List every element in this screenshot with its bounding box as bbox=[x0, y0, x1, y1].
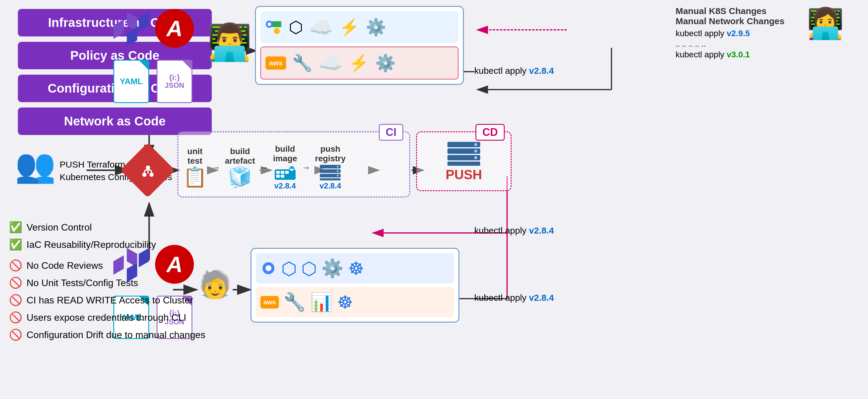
svg-rect-53 bbox=[447, 162, 480, 166]
pro-version-control: ✅ Version Control bbox=[9, 221, 205, 233]
svg-marker-25 bbox=[139, 12, 149, 31]
badge-network: Network as Code bbox=[18, 108, 212, 135]
human-figure-right: 👩‍💻 bbox=[807, 6, 844, 41]
yaml-icon: YAML bbox=[113, 60, 149, 103]
kubectl-apply-bottom: kubectl apply v2.8.4 bbox=[474, 293, 554, 303]
svg-rect-39 bbox=[285, 171, 289, 174]
gcp-logo-bottom bbox=[260, 262, 277, 275]
cloud-environments-bottom: ⬡ ⬡ ⚙️ ☸ aws 🔧 📊 ☸ bbox=[251, 248, 459, 322]
ci-flow-row: unit test 📋 → build artefact 🧊 → build i… bbox=[183, 138, 405, 191]
svg-point-34 bbox=[149, 173, 154, 177]
svg-rect-40 bbox=[276, 175, 280, 178]
svg-rect-37 bbox=[276, 171, 280, 174]
cd-content: PUSH bbox=[423, 138, 505, 184]
con-no-code-reviews: 🚫 No Code Reviews bbox=[9, 259, 205, 272]
ci-label: CI bbox=[379, 124, 403, 141]
svg-point-62 bbox=[266, 265, 272, 271]
flow-unit-test: unit test 📋 bbox=[183, 147, 207, 189]
con-users-expose: 🚫 Users expose credentials through CLI bbox=[9, 311, 205, 324]
team-figure: 👥 bbox=[15, 146, 56, 185]
svg-point-54 bbox=[474, 143, 477, 146]
cd-server-icon bbox=[446, 140, 482, 167]
svg-point-32 bbox=[146, 166, 150, 170]
flow-push-registry: push registry v2.8.4 bbox=[315, 144, 346, 191]
svg-point-48 bbox=[337, 170, 339, 172]
svg-point-55 bbox=[474, 150, 477, 152]
svg-point-47 bbox=[337, 166, 339, 168]
flow-build-image: build image v2.8.4 bbox=[273, 144, 297, 191]
con-no-unit-tests: 🚫 No Unit Tests/Config Tests bbox=[9, 277, 205, 289]
procon-list: ✅ Version Control ✅ IaC Reusability/Repr… bbox=[9, 221, 205, 346]
svg-point-30 bbox=[274, 28, 280, 34]
top-tools-row1: A bbox=[113, 9, 194, 48]
json-icon: {i:} JSON bbox=[157, 60, 192, 103]
developer-figure: 👨‍💻 bbox=[207, 24, 252, 60]
svg-point-49 bbox=[337, 175, 339, 176]
cd-box: CD PUSH bbox=[416, 132, 512, 191]
docker-icon bbox=[273, 163, 297, 181]
kubectl-apply-top: kubectl apply v2.8.4 bbox=[474, 66, 554, 76]
svg-marker-27 bbox=[127, 27, 137, 46]
con-config-drift: 🚫 Configuration Drift due to manual chan… bbox=[9, 329, 205, 341]
ansible-icon: A bbox=[155, 9, 194, 48]
svg-marker-26 bbox=[113, 20, 124, 39]
gcp-logo bbox=[265, 20, 283, 35]
svg-point-29 bbox=[268, 22, 271, 26]
cd-label: CD bbox=[475, 124, 505, 141]
ci-box: CI unit test 📋 → build artefact 🧊 → buil… bbox=[178, 132, 410, 197]
cloud-environments-top: ⬡ ☁️ ⚡ ⚙️ aws 🔧 ☁️ ⚡ ⚙️ bbox=[255, 6, 464, 85]
svg-point-33 bbox=[142, 173, 147, 177]
git-logo-inner bbox=[134, 157, 162, 185]
flow-build-artefact: build artefact 🧊 bbox=[225, 147, 255, 189]
terraform-icon bbox=[113, 9, 149, 48]
svg-rect-38 bbox=[281, 171, 284, 174]
kubectl-apply-middle: kubectl apply v2.8.4 bbox=[474, 226, 554, 236]
pro-iac-reusability: ✅ IaC Reusability/Reproducibility bbox=[9, 238, 205, 251]
svg-point-56 bbox=[474, 156, 477, 159]
con-ci-read-write: 🚫 CI has READ WRITE Access to Cluster bbox=[9, 294, 205, 307]
registry-icon bbox=[318, 163, 342, 181]
manual-changes-text: Manual K8S Changes Manual Network Change… bbox=[676, 6, 784, 59]
svg-rect-41 bbox=[281, 175, 284, 178]
svg-rect-46 bbox=[320, 178, 341, 180]
top-tools-row2: YAML {i:} JSON bbox=[113, 60, 192, 103]
